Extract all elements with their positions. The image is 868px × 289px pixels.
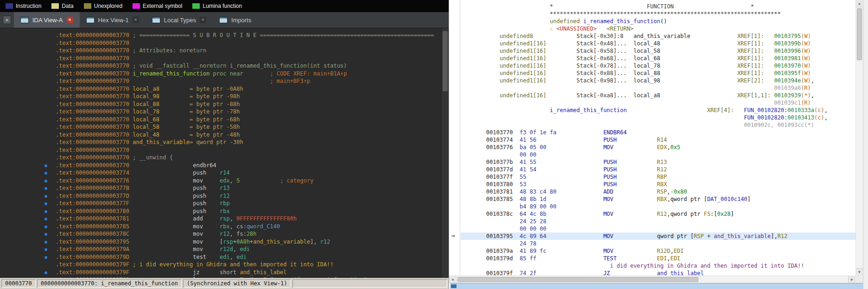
token: fs: bbox=[236, 231, 247, 237]
ghidra-listing-line[interactable]: FUN_00102820:00103413(c), bbox=[461, 114, 855, 121]
ghidra-listing-line[interactable]: 00103780 53 PUSH RBX bbox=[461, 181, 855, 188]
listing-line[interactable]: .text:0000000000003774 push r14 bbox=[0, 169, 441, 177]
ghidra-listing-line[interactable]: 00103774 41 56 PUSH R14 bbox=[461, 136, 855, 144]
listing-line[interactable]: .text:0000000000003776 mov edx, 5 ; cate… bbox=[0, 177, 441, 185]
ghidra-hscrollbar[interactable]: ◀ ▶ bbox=[449, 276, 855, 283]
scroll-left-icon[interactable]: ◀ bbox=[449, 276, 456, 283]
ghidra-listing-line[interactable]: undefined i_renamed_this_function() bbox=[461, 18, 855, 25]
ghidra-vscrollbar[interactable]: ▲ ▼ bbox=[855, 0, 863, 276]
listing-line[interactable]: .text:000000000000379F ; i did everythin… bbox=[0, 261, 441, 269]
ida-disassembly-listing[interactable]: .text:0000000000003770 ; ===============… bbox=[0, 28, 441, 278]
listing-line[interactable]: .text:0000000000003770 local_78 = byte p… bbox=[0, 108, 441, 116]
listing-line[interactable]: .text:000000000000377F push rbp bbox=[0, 200, 441, 207]
listing-line[interactable]: .text:0000000000003770 endbr64 bbox=[0, 162, 441, 170]
listing-line[interactable]: .text:0000000000003780 push rbx bbox=[0, 207, 441, 215]
listing-line-text: .text:0000000000003780 push rbx bbox=[56, 207, 230, 215]
ghidra-listing-line[interactable]: * FUNCTION * bbox=[461, 3, 855, 10]
token: local_68 bbox=[634, 55, 660, 62]
token: local_48 bbox=[133, 132, 159, 138]
ghidra-listing-line[interactable]: i_renamed_this_function XREF[4]: FUN_001… bbox=[461, 107, 855, 114]
listing-line[interactable]: .text:0000000000003770 bbox=[0, 39, 441, 47]
tab-close-icon[interactable]: ✕ bbox=[200, 17, 206, 23]
ghidra-listing-line[interactable]: undefined1[16] Stack[-0xa8]... local_a8 … bbox=[461, 92, 855, 99]
ghidra-listing-line[interactable]: undefined1[16] Stack[-0x98]... local_98 … bbox=[461, 77, 855, 84]
ghidra-listing-line[interactable]: 00 00 bbox=[461, 151, 855, 158]
ghidra-listing-line[interactable]: 0010902c, 001093cc(*) bbox=[461, 121, 855, 129]
scrollbar-thumb[interactable] bbox=[443, 31, 448, 91]
token: push bbox=[193, 170, 206, 176]
listing-line[interactable]: .text:0000000000003770 bbox=[0, 146, 441, 154]
scrollbar-thumb[interactable] bbox=[457, 277, 698, 282]
ghidra-listing-line[interactable]: undefined1[16] Stack[-0x78]... local_78 … bbox=[461, 62, 855, 69]
ghidra-listing-line[interactable]: 0010379f 74 2f JZ and_this_label bbox=[461, 270, 855, 276]
ghidra-listing-line[interactable]: 0010379a 41 89 fc MOV R12D,EDI bbox=[461, 247, 855, 255]
listing-line[interactable]: .text:0000000000003770 ; main+BF3↑p bbox=[0, 77, 441, 85]
listing-line[interactable]: .text:000000000000379D test edi, edi bbox=[0, 253, 441, 261]
ghidra-listing-line[interactable]: ⚠ <UNASSIGNED> <RETURN> bbox=[461, 25, 855, 32]
ghidra-listing-line[interactable]: 24 78 bbox=[461, 240, 855, 247]
ghidra-listing-line[interactable]: undefined1[16] Stack[-0x68]... local_68 … bbox=[461, 55, 855, 62]
token: .text:0000000000003770 bbox=[56, 55, 129, 62]
ghidra-listing-line[interactable]: i did everything in Ghidra and then impo… bbox=[461, 262, 855, 270]
listing-line[interactable]: .text:0000000000003770 local_68 = byte p… bbox=[0, 116, 441, 124]
ghidra-listing-line[interactable]: ****************************************… bbox=[461, 10, 855, 18]
listing-line[interactable]: .text:0000000000003770 ; ===============… bbox=[0, 31, 441, 39]
tab-ida-view-a[interactable]: IDA View-A✕ bbox=[14, 12, 80, 28]
ghidra-listing-line[interactable]: undefined1[16] Stack[-0x58]... local_58 … bbox=[461, 47, 855, 55]
ghidra-listing-line[interactable]: undefined8 Stack[-0x30]:8 and_this_varia… bbox=[461, 32, 855, 40]
scroll-down-icon[interactable]: ▼ bbox=[856, 268, 863, 276]
ghidra-listing-line[interactable]: 00103776 ba 05 00 MOV EDX,0x5 bbox=[461, 144, 855, 151]
listing-line[interactable]: .text:0000000000003770 local_58 = byte p… bbox=[0, 123, 441, 131]
ghidra-listing-line[interactable]: 00 00 00 bbox=[461, 225, 855, 232]
listing-line[interactable]: .text:0000000000003770 local_98 = byte p… bbox=[0, 93, 441, 101]
legend-item: Lumina function bbox=[192, 3, 242, 9]
listing-line-text: .text:0000000000003774 push r14 bbox=[56, 169, 230, 177]
listing-line[interactable]: .text:000000000000379F jz short and_this… bbox=[0, 269, 441, 276]
scrollbar-thumb[interactable] bbox=[857, 8, 862, 60]
ghidra-listing-line[interactable]: undefined1[16] Stack[-0x48]... local_48 … bbox=[461, 40, 855, 47]
panel-close-button[interactable]: ✕ bbox=[3, 16, 11, 24]
ghidra-listing-line[interactable]: 001039c1(R) bbox=[461, 99, 855, 107]
ghidra-listing-line[interactable]: 00103785 48 8b 1d MOV RBX,qword ptr [DAT… bbox=[461, 195, 855, 203]
listing-line[interactable]: .text:0000000000003770 local_88 = byte p… bbox=[0, 101, 441, 108]
scroll-up-icon[interactable]: ▲ bbox=[856, 0, 863, 7]
listing-line[interactable]: .text:0000000000003770 i_renamed_this_fu… bbox=[0, 70, 441, 78]
tab-close-icon[interactable]: ✕ bbox=[133, 17, 139, 23]
ghidra-listing-line[interactable]: 24 25 28 bbox=[461, 218, 855, 225]
listing-line[interactable]: .text:000000000000377B push r13 bbox=[0, 184, 441, 192]
ghidra-listing-line[interactable]: 0010377d 41 54 PUSH R12 bbox=[461, 166, 855, 173]
listing-line[interactable]: .text:0000000000003795 mov [rsp+0A8h+and… bbox=[0, 238, 441, 246]
ghidra-listing-line[interactable]: b4 89 00 00 bbox=[461, 203, 855, 210]
tab-close-icon[interactable]: ✕ bbox=[67, 17, 73, 23]
ghidra-listing-line[interactable]: 00103781 48 83 c4 80 ADD RSP,-0x80 bbox=[461, 188, 855, 195]
ghidra-listing-line[interactable]: 0010377b 41 55 PUSH R13 bbox=[461, 158, 855, 166]
listing-line[interactable]: .text:0000000000003770 ; __unwind { bbox=[0, 154, 441, 162]
listing-line[interactable]: .text:000000000000378C mov r12, fs:28h bbox=[0, 230, 441, 238]
tab-hex-view-1[interactable]: Hex View-1✕ bbox=[80, 12, 146, 28]
listing-line[interactable]: .text:0000000000003770 bbox=[0, 55, 441, 63]
ghidra-listing-line[interactable]: 001039a8(R) bbox=[461, 84, 855, 92]
tab-imports[interactable]: Imports bbox=[213, 12, 258, 28]
ghidra-listing-line[interactable]: 00103770 f3 0f 1e fa ENDBR64 bbox=[461, 129, 855, 136]
ida-scrollbar[interactable] bbox=[441, 28, 449, 278]
listing-line[interactable]: .text:0000000000003781 add rsp, 0FFFFFFF… bbox=[0, 215, 441, 223]
ghidra-listing-line[interactable]: 00103795 4c 89 64 MOV qword ptr [RSP + a… bbox=[461, 232, 855, 240]
listing-line[interactable]: .text:0000000000003770 ; Attributes: nor… bbox=[0, 47, 441, 55]
listing-line[interactable]: .text:0000000000003770 local_a8 = byte p… bbox=[0, 85, 441, 93]
listing-line[interactable]: .text:000000000000377D push r12 bbox=[0, 192, 441, 200]
ghidra-listing-line[interactable]: 0010379d 85 ff TEST EDI,EDI bbox=[461, 255, 855, 262]
listing-line[interactable]: .text:000000000000379A mov r12d, edi bbox=[0, 245, 441, 253]
listing-line[interactable]: .text:0000000000003785 mov rbx, cs:qword… bbox=[0, 223, 441, 231]
ghidra-listing-line[interactable]: 0010378c 64 4c 8b MOV R12,qword ptr FS:[… bbox=[461, 210, 855, 218]
scroll-right-icon[interactable]: ▶ bbox=[848, 276, 855, 283]
listing-line[interactable]: .text:0000000000003770 ; void __fastcall… bbox=[0, 62, 441, 70]
tab-local-types[interactable]: Local Types✕ bbox=[146, 12, 213, 28]
ghidra-listing-line[interactable]: undefined1[16] Stack[-0x88]... local_88 … bbox=[461, 69, 855, 77]
ghidra-listing-line[interactable]: 0010377f 55 PUSH RBP bbox=[461, 173, 855, 181]
token: rsp bbox=[220, 215, 230, 222]
token: .text:0000000000003770 bbox=[56, 132, 129, 138]
bottom-window-titlebar[interactable] bbox=[450, 283, 863, 289]
listing-line[interactable]: .text:0000000000003770 local_48 = byte p… bbox=[0, 131, 441, 139]
listing-line[interactable]: .text:0000000000003770 and_this_variable… bbox=[0, 138, 441, 146]
ghidra-listing[interactable]: * FUNCTION * ***************************… bbox=[461, 0, 855, 276]
